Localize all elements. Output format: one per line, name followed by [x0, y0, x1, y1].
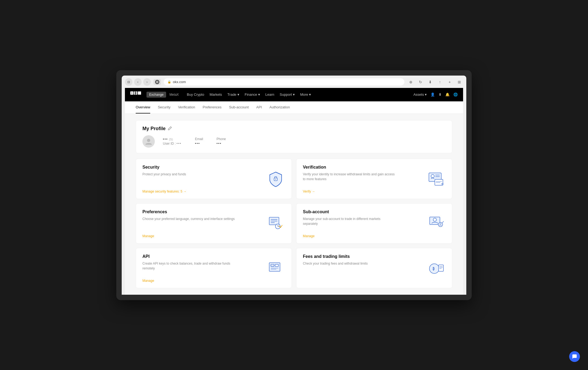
svg-rect-29 [269, 263, 280, 271]
api-link[interactable]: Manage [142, 279, 154, 283]
share-btn[interactable]: ↑ [436, 78, 444, 86]
sub-account-link[interactable]: Manage [303, 234, 314, 238]
refresh-btn[interactable]: ↻ [417, 78, 424, 86]
tab-verification[interactable]: Verification [178, 101, 195, 113]
verification-icon [427, 169, 446, 188]
tab-authorization[interactable]: Authorization [270, 101, 290, 113]
svg-point-9 [275, 179, 276, 180]
nav-assets[interactable]: Assets ▾ [413, 92, 427, 97]
nav-trade[interactable]: Trade ▾ [228, 92, 239, 97]
api-title: API [142, 254, 285, 259]
verification-title: Verification [303, 165, 446, 170]
verification-desc: Verify your identity to increase withdra… [303, 172, 396, 182]
profile-card: My Profile [136, 120, 452, 153]
user-info: ••• (S) User ID : ••• [163, 137, 181, 145]
nav-markets[interactable]: Markets [209, 92, 222, 97]
download-btn[interactable]: ⬇ [426, 78, 434, 86]
page-tabs: Overview Security Verification Preferenc… [125, 101, 463, 114]
nav-mode-buttons: Exchange MetaX [146, 92, 181, 98]
api-icon: </> [266, 259, 285, 278]
sub-account-card: Sub-account Manage your sub-account to t… [296, 203, 452, 244]
profile-title: My Profile [142, 126, 446, 131]
translate-btn[interactable]: ⊕ [407, 78, 415, 86]
browser-controls: ⊟ ‹ › [125, 78, 151, 86]
email-field: Email ••• [195, 137, 203, 145]
api-card: API Create API keys to check balances, t… [136, 248, 292, 288]
username: ••• (S) [163, 137, 181, 141]
nav-finance[interactable]: Finance ▾ [245, 92, 260, 97]
security-title: Security [142, 165, 285, 170]
back-button[interactable]: ‹ [134, 78, 142, 86]
fees-title: Fees and trading limits [303, 254, 446, 259]
svg-rect-4 [132, 92, 132, 94]
sidebar-toggle[interactable]: ⊟ [125, 78, 132, 86]
nav-right: Assets ▾ 👤 ⬇ 🔔 🌐 [413, 92, 458, 97]
chat-button[interactable] [569, 351, 580, 362]
preferences-desc: Choose your preferred language, currency… [142, 216, 235, 221]
grid-btn[interactable]: ⊞ [456, 78, 463, 86]
address-bar[interactable]: 🔒 okx.com [164, 78, 404, 86]
security-link[interactable]: Manage security features: 5 → [142, 190, 186, 193]
nav-bell-icon[interactable]: 🔔 [445, 92, 450, 97]
cards-grid: Security Protect your privacy and funds … [136, 159, 452, 288]
svg-rect-32 [275, 264, 278, 266]
fees-card: Fees and trading limits Check your tradi… [296, 248, 452, 288]
tab-api[interactable]: API [256, 101, 262, 113]
nav-deposit-icon[interactable]: ⬇ [439, 92, 442, 97]
browser-actions: ⊕ ↻ ⬇ ↑ + ⊞ [407, 78, 463, 86]
nav-user-icon[interactable]: 👤 [430, 92, 435, 97]
preferences-card: Preferences Choose your preferred langua… [136, 203, 292, 244]
logo[interactable] [130, 91, 141, 98]
security-desc: Protect your privacy and funds [142, 172, 235, 177]
email-label: Email [195, 137, 203, 141]
tab-bar [153, 79, 161, 85]
tab-sub-account[interactable]: Sub-account [229, 101, 249, 113]
svg-rect-17 [441, 183, 443, 185]
logo-text [130, 91, 141, 98]
tab-overview[interactable]: Overview [136, 101, 150, 113]
sub-account-icon [427, 214, 446, 233]
nav-more[interactable]: More ▾ [300, 92, 311, 97]
phone-value: ••• [216, 142, 226, 145]
api-desc: Create API keys to check balances, trade… [142, 261, 235, 271]
svg-rect-3 [138, 91, 141, 95]
email-value: ••• [195, 142, 203, 145]
tab-favicon [155, 80, 159, 84]
svg-text:₿: ₿ [433, 267, 435, 271]
main-content: My Profile [125, 114, 463, 295]
sub-account-title: Sub-account [303, 209, 446, 214]
svg-text:</>: </> [271, 265, 274, 266]
new-tab-btn[interactable]: + [446, 78, 453, 86]
tab-security[interactable]: Security [158, 101, 170, 113]
edit-profile-icon[interactable] [168, 126, 172, 131]
svg-point-28 [440, 223, 441, 225]
preferences-icon [266, 214, 285, 233]
url-text: okx.com [173, 80, 186, 84]
preferences-link[interactable]: Manage [142, 234, 154, 238]
verification-card: Verification Verify your identity to inc… [296, 159, 452, 199]
user-id: User ID : ••• [163, 142, 181, 145]
main-nav: Exchange MetaX Buy Crypto Markets Trade … [125, 88, 463, 101]
profile-info-row: ••• (S) User ID : ••• Email ••• [142, 135, 446, 148]
security-icon [266, 169, 285, 188]
exchange-mode-btn[interactable]: Exchange [146, 92, 166, 98]
fees-desc: Check your trading fees and withdrawal l… [303, 261, 396, 266]
verification-link[interactable]: Verify → [303, 190, 315, 193]
avatar [142, 135, 155, 148]
preferences-title: Preferences [142, 209, 285, 214]
sub-account-desc: Manage your sub-account to trade in diff… [303, 216, 396, 226]
nav-support[interactable]: Support ▾ [280, 92, 295, 97]
svg-point-26 [433, 218, 436, 221]
phone-field: Phone ••• [216, 137, 226, 145]
nav-globe-icon[interactable]: 🌐 [453, 92, 458, 97]
svg-point-7 [147, 139, 150, 142]
forward-button[interactable]: › [143, 78, 151, 86]
nav-learn[interactable]: Learn [265, 92, 274, 97]
security-card: Security Protect your privacy and funds … [136, 159, 292, 199]
tab-preferences[interactable]: Preferences [203, 101, 222, 113]
phone-label: Phone [216, 137, 226, 141]
nav-buy-crypto[interactable]: Buy Crypto [187, 92, 204, 97]
lock-icon: 🔒 [167, 80, 171, 84]
svg-rect-6 [135, 93, 136, 93]
metax-mode-btn[interactable]: MetaX [167, 92, 181, 98]
